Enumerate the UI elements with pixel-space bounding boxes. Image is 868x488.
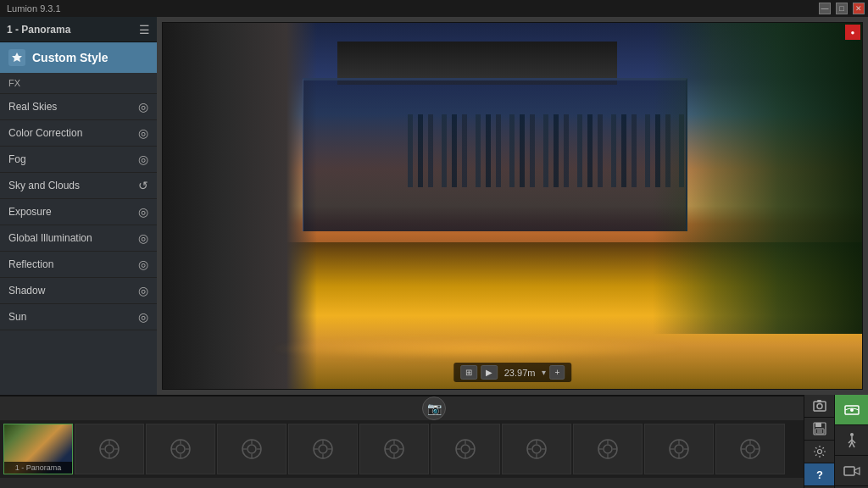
refresh-icon: ↺: [138, 179, 148, 192]
save-tool-btn[interactable]: [804, 418, 835, 441]
city-skyline: [408, 114, 687, 187]
svg-rect-63: [817, 400, 821, 402]
maximize-btn[interactable]: □: [836, 3, 848, 14]
hamburger-icon[interactable]: ☰: [139, 23, 150, 36]
main-layout: 1 - Panorama ☰ Custom Style FX Real Skie…: [0, 17, 868, 488]
svg-point-26: [390, 445, 398, 453]
svg-point-14: [248, 445, 256, 453]
thumb-image: [218, 424, 286, 474]
svg-point-56: [746, 445, 754, 453]
sidebar: 1 - Panorama ☰ Custom Style FX Real Skie…: [0, 17, 157, 395]
eye-icon: ◎: [138, 152, 148, 166]
svg-marker-78: [854, 468, 860, 474]
fx-item-reflection[interactable]: Reflection ◎: [0, 252, 157, 278]
custom-style-section[interactable]: Custom Style: [0, 42, 157, 73]
thumbnails-row: 1 - Panorama: [0, 420, 804, 478]
fx-item-sun[interactable]: Sun ◎: [0, 304, 157, 330]
fx-item-label: Fog: [8, 153, 26, 165]
svg-point-38: [532, 445, 541, 453]
fx-item-sky-and-clouds[interactable]: Sky and Clouds ↺: [0, 173, 157, 199]
hud-video-btn[interactable]: ▶: [481, 365, 498, 380]
svg-point-32: [461, 445, 470, 453]
svg-point-8: [176, 445, 185, 453]
capture-row: 📷 U: [0, 396, 868, 420]
svg-rect-65: [815, 423, 821, 427]
svg-point-62: [817, 404, 822, 409]
thumb-image: [503, 424, 570, 474]
floor-glow: [268, 338, 687, 360]
thumbnail-item[interactable]: [75, 424, 144, 474]
thumbnail-item[interactable]: [288, 424, 358, 474]
capture-btn[interactable]: 📷: [422, 396, 446, 420]
hud-distance: 23.97m: [501, 368, 539, 378]
photo-tool-btn[interactable]: [804, 395, 835, 418]
fx-item-label: Global Illumination: [8, 232, 92, 244]
thumbnail-item[interactable]: [644, 424, 714, 474]
thumb-image: [360, 424, 428, 474]
svg-point-20: [319, 445, 327, 453]
thumb-image: [645, 424, 713, 474]
thumbnail-item[interactable]: [431, 424, 500, 474]
fx-item-shadow[interactable]: Shadow ◎: [0, 278, 157, 304]
thumbnail-item[interactable]: [146, 424, 215, 474]
svg-line-76: [852, 442, 854, 447]
fx-item-fog[interactable]: Fog ◎: [0, 147, 157, 173]
panel-title: 1 - Panorama: [7, 24, 70, 36]
svg-point-70: [850, 408, 854, 412]
panorama-tool-btn[interactable]: [835, 395, 868, 425]
fx-item-label: Reflection: [8, 258, 53, 270]
walk-tool-btn[interactable]: [835, 425, 868, 456]
eye-icon: ◎: [138, 231, 148, 245]
scene-trees: [653, 23, 863, 334]
viewport-hud[interactable]: ⊞ ▶ 23.97m ▾ +: [453, 363, 572, 382]
custom-style-icon: [8, 49, 25, 66]
minimize-btn[interactable]: —: [819, 3, 831, 14]
eye-icon: ◎: [138, 205, 148, 219]
thumbnail-item[interactable]: [715, 424, 785, 474]
top-row: 1 - Panorama ☰ Custom Style FX Real Skie…: [0, 17, 868, 395]
thumbnail-item[interactable]: [217, 424, 287, 474]
eye-icon: ◎: [138, 258, 148, 271]
right-toolbar-main: [834, 395, 868, 488]
help-tool-btn[interactable]: ?: [804, 463, 835, 486]
eye-icon: ◎: [138, 310, 148, 324]
eye-icon: ◎: [138, 284, 148, 297]
thumbnail-item[interactable]: 1 - Panorama: [3, 424, 73, 474]
hud-expand-btn[interactable]: +: [549, 365, 565, 380]
fx-item-global-illumination[interactable]: Global Illumination ◎: [0, 225, 157, 252]
svg-rect-61: [814, 402, 826, 411]
fx-item-color-correction[interactable]: Color Correction ◎: [0, 120, 157, 147]
svg-point-71: [850, 433, 854, 436]
eye-icon: ◎: [138, 100, 148, 114]
svg-marker-0: [12, 53, 22, 62]
svg-line-75: [849, 442, 852, 447]
fx-item-exposure[interactable]: Exposure ◎: [0, 199, 157, 225]
right-toolbar-secondary: ?: [804, 395, 834, 488]
svg-point-50: [675, 445, 683, 453]
thumbnail-item[interactable]: [502, 424, 571, 474]
thumbnail-item[interactable]: [359, 424, 429, 474]
hud-camera-btn[interactable]: ⊞: [460, 365, 477, 380]
close-btn[interactable]: ✕: [853, 3, 865, 14]
thumb-image: [574, 424, 642, 474]
app-title: Lumion 9.3.1: [7, 3, 61, 14]
bottom-strip: 📷 U 1 - Panorama: [0, 395, 868, 488]
title-bar-controls: — □ ✕: [819, 0, 865, 17]
thumbnail-item[interactable]: [573, 424, 643, 474]
viewport-record-badge: ●: [845, 25, 860, 40]
hud-arrow-icon: ▾: [542, 368, 546, 377]
thumb-label: 1 - Panorama: [4, 462, 72, 474]
thumb-image: [289, 424, 357, 474]
video-tool-btn[interactable]: [835, 456, 868, 486]
svg-point-44: [604, 445, 612, 453]
settings-tool-btn[interactable]: [804, 441, 835, 463]
svg-point-2: [105, 445, 114, 453]
capture-icon: 📷: [427, 402, 442, 415]
fx-item-label: Exposure: [8, 206, 52, 218]
fx-item-label: Sky and Clouds: [8, 180, 80, 191]
fx-item-real-skies[interactable]: Real Skies ◎: [0, 94, 157, 120]
svg-rect-77: [844, 467, 854, 475]
fx-item-label: Shadow: [8, 285, 45, 297]
fx-list: Real Skies ◎ Color Correction ◎ Fog ◎ Sk…: [0, 94, 157, 330]
eye-icon: ◎: [138, 126, 148, 140]
